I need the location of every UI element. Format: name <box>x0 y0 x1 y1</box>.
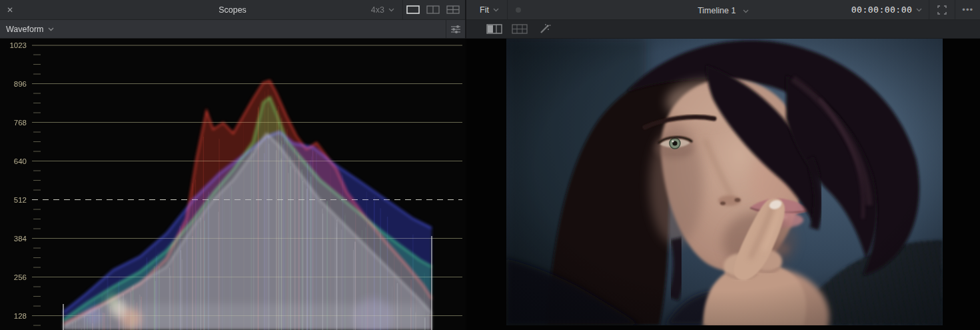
close-icon[interactable]: ✕ <box>0 5 20 15</box>
scopes-header: ✕ Scopes 4x3 <box>0 0 465 20</box>
scopes-panel: ✕ Scopes 4x3 Waveform <box>0 0 465 330</box>
scope-mode-bar: Waveform <box>0 20 465 39</box>
scopes-panel-title: Scopes <box>0 5 465 15</box>
timeline-title-group: Timeline 1 <box>666 4 780 16</box>
davinci-resolve-window: ✕ Scopes 4x3 Waveform <box>0 0 980 330</box>
scope-aspect-ratio-value[interactable]: 4x3 <box>371 5 384 15</box>
viewer-image <box>506 39 943 325</box>
viewer-panel: Fit Timeline 1 00:00:00:00 <box>466 0 980 330</box>
chevron-down-icon[interactable] <box>743 9 749 13</box>
svg-text:256: 256 <box>14 273 27 281</box>
scope-mode-dropdown[interactable]: Waveform <box>6 25 44 34</box>
viewer-zoom-dropdown[interactable]: Fit <box>480 5 489 15</box>
viewer-toolbar <box>466 20 980 39</box>
svg-text:768: 768 <box>14 119 27 127</box>
svg-text:1023: 1023 <box>9 41 27 49</box>
viewer-canvas[interactable] <box>466 39 980 330</box>
svg-text:128: 128 <box>14 312 27 320</box>
more-options-icon[interactable]: ••• <box>955 5 980 15</box>
svg-text:512: 512 <box>14 196 27 204</box>
scope-layout-quad-icon[interactable] <box>443 0 465 19</box>
timeline-name-dropdown[interactable]: Timeline 1 <box>698 6 735 15</box>
scope-layout-single-icon[interactable] <box>403 0 423 19</box>
chevron-down-icon[interactable] <box>916 8 922 12</box>
chevron-down-icon[interactable] <box>493 8 499 12</box>
image-wipe-icon[interactable] <box>486 20 502 38</box>
expand-fullscreen-icon[interactable] <box>929 0 955 19</box>
svg-text:384: 384 <box>14 235 27 243</box>
scope-settings-sliders-icon[interactable] <box>446 20 465 38</box>
viewer-header: Fit Timeline 1 00:00:00:00 <box>466 0 980 20</box>
waveform-graph: 1023896768640512384256128 <box>0 39 465 330</box>
waveform-scope: 1023896768640512384256128 <box>0 39 465 330</box>
svg-text:896: 896 <box>14 80 27 88</box>
split-screen-icon[interactable] <box>512 20 528 38</box>
scope-layout-dual-icon[interactable] <box>423 0 443 19</box>
highlight-wand-icon[interactable] <box>538 20 552 38</box>
chevron-down-icon[interactable] <box>388 8 394 12</box>
svg-text:640: 640 <box>14 157 27 165</box>
chevron-down-icon[interactable] <box>48 27 54 31</box>
timecode-display[interactable]: 00:00:00:00 <box>851 5 913 15</box>
status-dot-icon <box>516 7 521 13</box>
